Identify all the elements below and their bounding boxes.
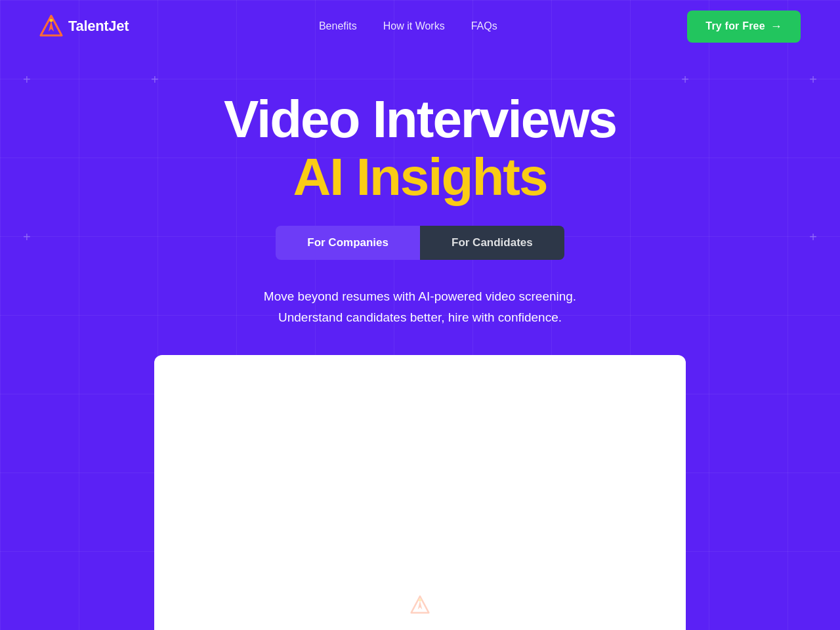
arrow-right-icon: → (770, 20, 782, 33)
subtitle-line2: Understand candidates better, hire with … (278, 310, 562, 324)
nav-links: Benefits How it Works FAQs (319, 20, 497, 32)
hero-subtitle: Move beyond resumes with AI-powered vide… (264, 286, 576, 329)
nav-benefits[interactable]: Benefits (319, 20, 357, 32)
toggle-candidates[interactable]: For Candidates (420, 226, 564, 260)
watermark-logo-icon (410, 595, 430, 615)
hero-title-line2: AI Insights (293, 150, 547, 205)
try-free-button[interactable]: Try for Free → (687, 10, 801, 43)
svg-point-3 (419, 598, 421, 601)
demo-watermark (410, 595, 430, 618)
navbar: TalentJet Benefits How it Works FAQs Try… (0, 0, 840, 52)
logo-text: TalentJet (68, 18, 129, 35)
audience-toggle: For Companies For Candidates (276, 226, 564, 260)
subtitle-line1: Move beyond resumes with AI-powered vide… (264, 289, 576, 303)
try-free-label: Try for Free (705, 20, 765, 32)
hero-section: Video Interviews AI Insights For Compani… (0, 52, 840, 630)
logo-icon (39, 14, 63, 38)
logo-link[interactable]: TalentJet (39, 14, 129, 38)
nav-how-it-works[interactable]: How it Works (383, 20, 445, 32)
toggle-companies[interactable]: For Companies (276, 226, 420, 260)
nav-faqs[interactable]: FAQs (471, 20, 497, 32)
demo-preview (154, 355, 686, 630)
hero-title-line1: Video Interviews (224, 92, 616, 147)
svg-point-1 (50, 19, 53, 22)
